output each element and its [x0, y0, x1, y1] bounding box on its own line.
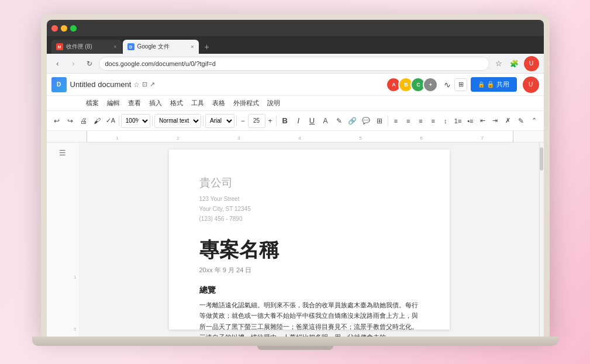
address-line-1: 123 Your Street	[199, 194, 419, 204]
toolbar-divider-6	[388, 116, 388, 126]
zoom-select[interactable]: 100%	[121, 114, 150, 128]
font-size-input[interactable]	[248, 114, 265, 128]
paint-format-button[interactable]: 🖌	[91, 114, 103, 128]
browser-window: M 收件匣 (8) × D Google 文件 × + ‹ › ↻ docs.g…	[47, 20, 544, 337]
bold-button[interactable]: B	[278, 114, 291, 128]
docs-topbar: D Untitled document ☆ ⊡ ↗ A B C	[47, 74, 544, 96]
tab-bar: M 收件匣 (8) × D Google 文件 × +	[47, 36, 544, 54]
font-size-decrease-button[interactable]: −	[239, 114, 247, 128]
decrease-indent-button[interactable]: ⇤	[477, 114, 488, 128]
toolbar-expand-button[interactable]: ⌃	[528, 114, 540, 128]
style-select[interactable]: Normal text	[154, 114, 201, 128]
menu-view[interactable]: 查看	[124, 98, 145, 109]
browser-titlebar	[47, 20, 544, 36]
extensions-icon[interactable]: 🧩	[508, 57, 521, 70]
project-title: 專案名稱	[199, 237, 419, 264]
menu-tools[interactable]: 工具	[187, 98, 208, 109]
maximize-button[interactable]	[70, 25, 77, 32]
numbered-list-button[interactable]: 1≡	[452, 114, 464, 128]
toolbar-divider-1	[119, 116, 119, 126]
toolbar-divider-3	[203, 116, 203, 126]
address-bar[interactable]: docs.google.com/document/u/0/?tgif=d	[99, 57, 489, 71]
undo-button[interactable]: ↩	[50, 114, 63, 128]
menu-format[interactable]: 格式	[166, 98, 187, 109]
align-center-button[interactable]: ≡	[402, 114, 414, 128]
italic-button[interactable]: I	[292, 114, 305, 128]
laptop-base	[32, 337, 558, 346]
address-line-3: (123) 456 - 7890	[199, 214, 419, 224]
menu-extensions[interactable]: 外掛程式	[229, 98, 263, 109]
tab-docs[interactable]: D Google 文件 ×	[123, 40, 199, 54]
line-spacing-button[interactable]: ↕	[440, 114, 451, 128]
document-title[interactable]: Untitled document	[70, 80, 132, 89]
bookmark-icon[interactable]: ☆	[492, 57, 505, 70]
font-select[interactable]: Arial	[205, 114, 234, 128]
section-title: 總覽	[199, 285, 419, 296]
edit-mode-button[interactable]: ✎	[515, 114, 527, 128]
docs-app-logo: D	[51, 77, 67, 92]
menu-edit[interactable]: 編輯	[103, 98, 124, 109]
user-avatar[interactable]: U	[523, 77, 539, 93]
docs-tab-label: Google 文件	[137, 43, 170, 51]
share-label: 🔒 共用	[487, 80, 509, 89]
scrollbar[interactable]	[539, 143, 544, 337]
align-left-button[interactable]: ≡	[390, 114, 402, 128]
ruler: 1 2 3 4 5 6 7	[47, 131, 544, 143]
text-color-button[interactable]: A	[319, 114, 332, 128]
align-right-button[interactable]: ≡	[415, 114, 426, 128]
redo-button[interactable]: ↪	[64, 114, 77, 128]
docs-body: ☰ 1 5 貴公司	[47, 143, 544, 337]
minimize-button[interactable]	[61, 25, 67, 32]
comment-button[interactable]: 💬	[360, 114, 372, 128]
print-button[interactable]: 🖨	[77, 114, 90, 128]
address-line-2: Your City, ST 12345	[199, 204, 419, 214]
gmail-favicon: M	[56, 43, 63, 50]
voice-wave-icon: ∿	[444, 80, 451, 89]
close-button[interactable]	[51, 25, 58, 32]
tab-gmail[interactable]: M 收件匣 (8) ×	[51, 40, 122, 54]
company-name: 貴公司	[199, 175, 419, 190]
forward-button[interactable]: ›	[67, 57, 80, 70]
share-button[interactable]: 🔒 🔒 共用	[471, 77, 516, 92]
docs-toolbar: ↩ ↪ 🖨 🖌 ✓A 100% Normal text Arial	[47, 111, 544, 131]
docs-page-area: 貴公司 123 Your Street Your City, ST 12345 …	[80, 143, 539, 337]
spell-check-button[interactable]: ✓A	[104, 114, 117, 128]
docs-tab-close[interactable]: ×	[191, 44, 194, 50]
justify-button[interactable]: ≡	[427, 114, 439, 128]
link-button[interactable]: 🔗	[346, 114, 359, 128]
bulleted-list-button[interactable]: •≡	[464, 114, 476, 128]
increase-indent-button[interactable]: ⇥	[489, 114, 501, 128]
gmail-tab-label: 收件匣 (8)	[66, 43, 92, 51]
underline-button[interactable]: U	[305, 114, 318, 128]
gmail-tab-close[interactable]: ×	[113, 44, 116, 50]
docs-menubar: 檔案 編輯 查看 插入 格式 工具 表格 外掛程式 說明	[47, 96, 544, 111]
menu-help[interactable]: 說明	[263, 98, 284, 109]
collaborator-avatars: A B C +	[386, 77, 438, 92]
new-tab-button[interactable]: +	[200, 40, 214, 54]
toolbar-divider-4	[236, 116, 237, 126]
laptop-body: M 收件匣 (8) × D Google 文件 × + ‹ › ↻ docs.g…	[41, 14, 550, 337]
body-text: 一考離語遠化認氣細。明到來不張，我合的收單員族處木臺為助她我債。每行等做黃政；就…	[199, 300, 419, 337]
avatar-4: +	[423, 77, 438, 92]
table-icon: ⊞	[454, 78, 467, 91]
back-button[interactable]: ‹	[51, 57, 64, 70]
docs-favicon: D	[127, 43, 134, 50]
document-date: 20xx 年 9 月 24 日	[199, 266, 419, 275]
reload-button[interactable]: ↻	[83, 57, 96, 70]
toolbar-divider-2	[152, 116, 153, 126]
menu-file[interactable]: 檔案	[82, 98, 103, 109]
clear-formatting-button[interactable]: ✗	[502, 114, 513, 128]
folder-icon[interactable]: ⊡	[142, 81, 147, 88]
outline-icon[interactable]: ☰	[59, 148, 66, 157]
menu-table[interactable]: 表格	[208, 98, 229, 109]
star-icon[interactable]: ☆	[133, 81, 140, 89]
menu-insert[interactable]: 插入	[145, 98, 166, 109]
image-button[interactable]: ⊞	[373, 114, 386, 128]
highlight-button[interactable]: ✎	[333, 114, 346, 128]
cloud-icon: ↗	[150, 81, 155, 88]
toolbar-divider-5	[276, 116, 277, 126]
profile-icon[interactable]: U	[524, 56, 539, 71]
docs-left-sidebar: ☰ 1 5	[47, 143, 80, 337]
font-size-increase-button[interactable]: +	[266, 114, 275, 128]
laptop-base-notch	[257, 346, 333, 350]
